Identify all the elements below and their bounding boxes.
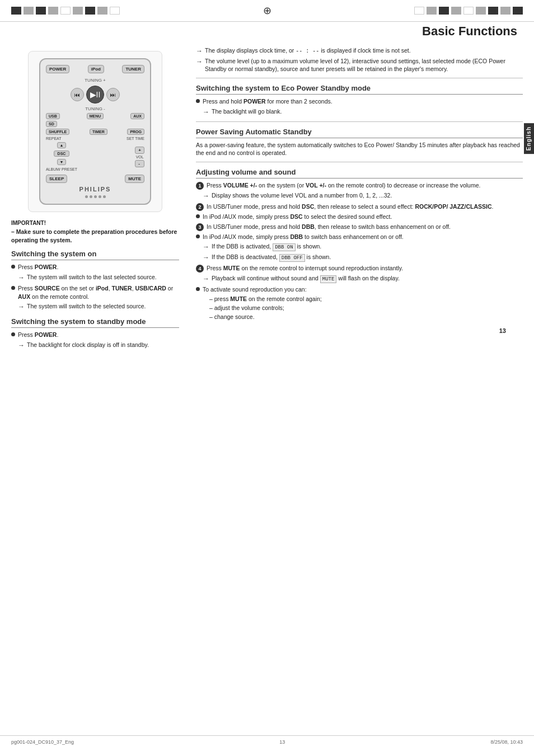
dbb-arrow-text-2: If the DBB is deactivated, DBB OFF is sh… xyxy=(212,253,331,262)
remote-top-row: POWER iPod TUNER xyxy=(46,65,144,73)
activate-bullet-dot xyxy=(196,287,200,291)
block5 xyxy=(60,7,71,15)
mute-arrow-sym: → xyxy=(203,274,209,284)
mute-num-4: 4 xyxy=(196,265,204,273)
remote: POWER iPod TUNER TUNING + ⏮ ▶II ⏭ TUNING… xyxy=(39,58,151,205)
intro-text-1: The display displays clock time, or -- :… xyxy=(205,46,411,55)
standby-arrow-text-1: The backlight for clock display is off i… xyxy=(27,341,149,349)
top-bar-left-blocks xyxy=(11,7,120,15)
switching-on-arrow-2: → The system will switch to the selected… xyxy=(18,302,179,312)
block2 xyxy=(24,7,34,15)
vol-label: VOL xyxy=(135,155,144,159)
rblock5 xyxy=(463,7,474,15)
eco-standby-section: Switching the system to Eco Power Standb… xyxy=(196,84,523,116)
menu-button[interactable]: MENU xyxy=(87,113,104,119)
dbb-arrow-1: → If the DBB is activated, DBB ON is sho… xyxy=(203,242,523,252)
right-column: → The display displays clock time, or --… xyxy=(190,45,523,351)
dsc-button[interactable]: DSC xyxy=(54,151,70,157)
rblock7 xyxy=(488,7,498,15)
shuffle-timer-prog-row: SHUFFLE TIMER PROG xyxy=(46,129,144,135)
page-title: Basic Functions xyxy=(0,24,534,39)
vol-text-1: Press VOLUME +/- on the system (or VOL +… xyxy=(207,181,480,190)
switching-on-arrow-text-2: The system will switch to the selected s… xyxy=(27,302,146,311)
vol-num-1: 1 xyxy=(196,182,204,190)
remote-speaker-area xyxy=(46,195,144,198)
divider-1 xyxy=(196,78,523,78)
language-tab: English xyxy=(524,123,534,154)
dbb-arrow-2: → If the DBB is deactivated, DBB OFF is … xyxy=(203,253,523,262)
rblock9 xyxy=(513,7,523,15)
vol-buttons: + VOL - xyxy=(135,147,144,167)
important-section: IMPORTANT! – Make sure to complete the p… xyxy=(11,220,179,244)
vol-arrow-text-1: Display shows the volume level VOL and a… xyxy=(212,191,392,200)
prog-button[interactable]: PROG xyxy=(127,129,144,135)
dsc-text-2: In USB/Tuner mode, press and hold DSC, t… xyxy=(207,203,493,211)
vol-arrow-1: → Display shows the volume level VOL and… xyxy=(203,191,523,201)
rblock3 xyxy=(439,7,449,15)
usb-button[interactable]: USB xyxy=(46,113,60,119)
bullet-dot-1 xyxy=(11,265,15,269)
dsc-ipod-item: In iPod /AUX mode, simply press DSC to s… xyxy=(196,213,523,221)
intro-arrow-sym-1: → xyxy=(196,46,203,56)
repeat-label: REPEAT xyxy=(46,137,62,140)
down-arrow-button[interactable]: ▼ xyxy=(57,159,67,165)
dsc-item-2: 2 In USB/Tuner mode, press and hold DSC,… xyxy=(196,203,523,211)
shuffle-button[interactable]: SHUFFLE xyxy=(46,129,69,135)
aux-button[interactable]: AUX xyxy=(130,113,144,119)
usb-menu-aux-row: USB MENU AUX xyxy=(46,113,144,119)
important-text: – Make sure to complete the preparation … xyxy=(11,228,179,244)
sd-button[interactable]: SD xyxy=(46,121,57,127)
footer-left: pg001-024_DC910_37_Eng xyxy=(11,739,74,745)
dbb-arrow-sym-2: → xyxy=(203,253,209,262)
switching-on-arrow-1: → The system will switch to the last sel… xyxy=(18,273,179,283)
settime-label: SET TIME xyxy=(127,137,144,140)
eco-standby-text: Press and hold POWER for more than 2 sec… xyxy=(203,97,332,106)
top-center-symbol: ⊕ xyxy=(263,4,271,17)
intro-section: → The display displays clock time, or --… xyxy=(196,46,523,73)
mute-arrow-1: → Playback will continue without sound a… xyxy=(203,274,523,284)
switching-on-arrow-text-1: The system will switch to the last selec… xyxy=(27,273,157,281)
up-arrow-button[interactable]: ▲ xyxy=(57,142,67,148)
tuning-down-label: TUNING - xyxy=(46,106,144,111)
speaker-dot-4 xyxy=(99,195,101,198)
power-saving-description: As a power-saving feature, the system au… xyxy=(196,141,523,157)
eco-standby-heading: Switching the system to Eco Power Standb… xyxy=(196,84,523,95)
standby-item-1: Press POWER. xyxy=(11,331,179,339)
rblock1 xyxy=(414,7,424,15)
sleep-button[interactable]: SLEEP xyxy=(46,175,67,183)
mute-button[interactable]: MUTE xyxy=(125,175,144,183)
switching-on-text-2: Press SOURCE on the set or iPod, TUNER, … xyxy=(18,284,179,300)
play-pause-button[interactable]: ▶II xyxy=(86,86,104,104)
activate-sub-list: – press MUTE on the remote control again… xyxy=(209,295,523,321)
ipod-button[interactable]: iPod xyxy=(88,65,104,73)
vol-arrow-sym-1: → xyxy=(203,191,209,201)
vol-minus-button[interactable]: - xyxy=(135,160,144,167)
divider-2 xyxy=(196,121,523,122)
block6 xyxy=(73,7,83,15)
tuner-button[interactable]: TUNER xyxy=(122,65,144,73)
speaker-dot-2 xyxy=(90,195,92,198)
rblock2 xyxy=(427,7,437,15)
standby-section: Switching the system to standby mode Pre… xyxy=(11,317,179,350)
speaker-dot-5 xyxy=(103,195,106,198)
next-button[interactable]: ⏭ xyxy=(106,88,120,101)
remote-brand: PHILIPS xyxy=(46,186,144,192)
footer-right: 8/25/08, 10:43 xyxy=(490,739,523,745)
intro-arrow-1: → The display displays clock time, or --… xyxy=(196,46,523,56)
switching-on-item-2: Press SOURCE on the set or iPod, TUNER, … xyxy=(11,284,179,300)
timer-button[interactable]: TIMER xyxy=(90,129,107,135)
switching-on-heading: Switching the system on xyxy=(11,250,179,260)
eco-standby-item-1: Press and hold POWER for more than 2 sec… xyxy=(196,97,523,106)
block8 xyxy=(97,7,107,15)
vol-plus-button[interactable]: + xyxy=(135,147,144,154)
activate-sub-1: – press MUTE on the remote control again… xyxy=(209,295,523,304)
intro-arrow-2: → The volume level (up to a maximum volu… xyxy=(196,57,523,73)
prev-button[interactable]: ⏮ xyxy=(71,88,84,101)
remote-control-image: POWER iPod TUNER TUNING + ⏮ ▶II ⏭ TUNING… xyxy=(28,51,162,212)
main-container: POWER iPod TUNER TUNING + ⏮ ▶II ⏭ TUNING… xyxy=(0,45,534,351)
standby-arrow-1: → The backlight for clock display is off… xyxy=(18,341,179,350)
adjusting-volume-heading: Adjusting volume and sound xyxy=(196,168,523,179)
power-button[interactable]: POWER xyxy=(46,65,69,73)
sd-row: SD xyxy=(46,121,144,127)
page-number: 13 xyxy=(196,327,523,334)
